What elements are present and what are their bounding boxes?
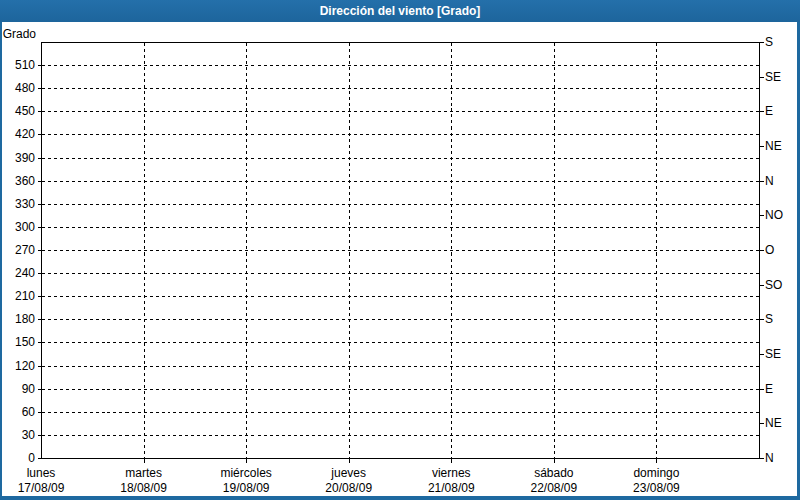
day-date-label: 17/08/09 [18, 481, 65, 495]
y2-tick-label: NE [765, 416, 782, 430]
y-tick-label: 150 [15, 335, 35, 349]
y-axis-title: Grado [3, 27, 37, 41]
y-tick-label: 480 [15, 81, 35, 95]
y2-tick-label: E [765, 104, 773, 118]
day-name-label: domingo [633, 466, 679, 480]
day-name-label: sábado [534, 466, 574, 480]
day-date-label: 23/08/09 [633, 481, 680, 495]
day-name-label: jueves [330, 466, 366, 480]
y2-tick-label: SE [765, 70, 781, 84]
y-tick-label: 60 [22, 405, 36, 419]
y-tick-label: 510 [15, 58, 35, 72]
day-date-label: 20/08/09 [325, 481, 372, 495]
y-tick-label: 330 [15, 197, 35, 211]
plot-border [42, 43, 760, 459]
y-tick-label: 210 [15, 289, 35, 303]
y-tick-label: 270 [15, 243, 35, 257]
y2-tick-label: NE [765, 139, 782, 153]
y-tick-label: 30 [22, 428, 36, 442]
y-tick-label: 120 [15, 359, 35, 373]
day-name-label: lunes [27, 466, 56, 480]
y2-tick-label: SE [765, 347, 781, 361]
y-tick-label: 420 [15, 127, 35, 141]
y2-tick-label: E [765, 382, 773, 396]
y-tick-label: 180 [15, 312, 35, 326]
y2-tick-label: NO [765, 208, 783, 222]
y-tick-label: 360 [15, 174, 35, 188]
day-date-label: 22/08/09 [530, 481, 577, 495]
day-date-label: 21/08/09 [428, 481, 475, 495]
day-name-label: viernes [432, 466, 471, 480]
y-tick-label: 300 [15, 220, 35, 234]
y-tick-label: 450 [15, 104, 35, 118]
day-name-label: miércoles [220, 466, 271, 480]
y2-tick-label: N [765, 174, 774, 188]
y-tick-label: 90 [22, 382, 36, 396]
y-tick-label: 240 [15, 266, 35, 280]
day-date-label: 18/08/09 [120, 481, 167, 495]
y2-tick-label: S [765, 35, 773, 49]
y2-tick-label: O [765, 243, 774, 257]
day-name-label: martes [125, 466, 162, 480]
day-date-label: 19/08/09 [223, 481, 270, 495]
y2-tick-label: S [765, 312, 773, 326]
y2-tick-label: N [765, 451, 774, 465]
chart-canvas: 5104804504203903603303002702402101801501… [0, 0, 800, 500]
chart-window: Dirección del viento [Grado] 51048045042… [0, 0, 800, 500]
y-tick-label: 390 [15, 151, 35, 165]
y2-tick-label: SO [765, 278, 782, 292]
y-tick-label: 0 [28, 451, 35, 465]
